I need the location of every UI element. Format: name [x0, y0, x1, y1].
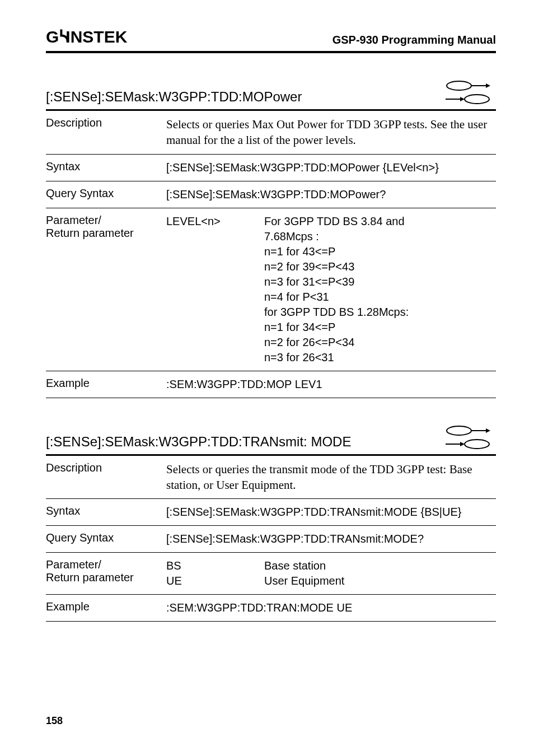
param-name: UE: [166, 573, 264, 589]
example-text: :SEM:W3GPP:TDD:MOP LEV1: [166, 371, 496, 398]
svg-marker-8: [486, 428, 490, 433]
brand-logo: GᓴINSTEK: [46, 27, 127, 46]
page-number: 158: [46, 715, 63, 727]
param-label-line2: Return parameter: [46, 227, 134, 239]
query-syntax-text: [:SENSe]:SEMask:W3GPP:TDD:MOPower?: [166, 181, 496, 208]
header-rule: [46, 51, 496, 53]
svg-point-0: [447, 81, 471, 90]
syntax-text: [:SENSe]:SEMask:W3GPP:TDD:TRANsmit:MODE …: [166, 499, 496, 526]
page-header: GᓴINSTEK GSP-930 Programming Manual: [46, 27, 496, 50]
syntax-label: Syntax: [46, 499, 166, 526]
query-syntax-text: [:SENSe]:SEMask:W3GPP:TDD:TRANsmit:MODE?: [166, 526, 496, 553]
parameter-cell: BS Base station UE User Equipment: [166, 553, 496, 595]
param-description: Base station: [264, 558, 326, 573]
param-line: n=1 for 34<=P: [264, 320, 409, 335]
manual-title: GSP-930 Programming Manual: [332, 34, 496, 46]
command-table: Description Selects or queries Max Out P…: [46, 111, 496, 398]
parameter-label: Parameter/ Return parameter: [46, 553, 166, 595]
query-icon: [446, 438, 490, 450]
command-type-icons: [446, 80, 490, 105]
param-line: n=2 for 26<=P<34: [264, 335, 409, 350]
param-description: User Equipment: [264, 573, 344, 589]
description-text: Selects or queries Max Out Power for TDD…: [166, 111, 496, 154]
set-icon: [446, 425, 490, 436]
svg-point-5: [465, 95, 489, 104]
param-line: For 3GPP TDD BS 3.84 and: [264, 214, 409, 229]
example-text: :SEM:W3GPP:TDD:TRAN:MODE UE: [166, 595, 496, 622]
svg-marker-2: [486, 83, 490, 88]
syntax-text: [:SENSe]:SEMask:W3GPP:TDD:MOPower {LEVel…: [166, 154, 496, 181]
param-line: n=3 for 31<=P<39: [264, 274, 409, 290]
query-syntax-label: Query Syntax: [46, 181, 166, 208]
description-label: Description: [46, 456, 166, 499]
parameter-cell: LEVEL<n> For 3GPP TDD BS 3.84 and 7.68Mc…: [166, 208, 496, 371]
parameter-label: Parameter/ Return parameter: [46, 208, 166, 371]
param-name: LEVEL<n>: [166, 214, 264, 365]
syntax-label: Syntax: [46, 154, 166, 181]
param-line: for 3GPP TDD BS 1.28Mcps:: [264, 305, 409, 320]
command-section-mopower: [:SENSe]:SEMask:W3GPP:TDD:MOPower Descri…: [46, 80, 496, 398]
param-line: n=4 for P<31: [264, 290, 409, 305]
command-heading: [:SENSe]:SEMask:W3GPP:TDD:MOPower: [46, 89, 302, 105]
param-line: n=3 for 26<31: [264, 350, 409, 365]
param-line: n=1 for 43<=P: [264, 244, 409, 259]
query-syntax-label: Query Syntax: [46, 526, 166, 553]
param-description: For 3GPP TDD BS 3.84 and 7.68Mcps : n=1 …: [264, 214, 409, 365]
param-line: 7.68Mcps :: [264, 229, 409, 244]
command-type-icons: [446, 425, 490, 450]
param-label-line1: Parameter/: [46, 214, 101, 226]
svg-marker-4: [460, 97, 465, 101]
param-name: BS: [166, 558, 264, 573]
command-table: Description Selects or queries the trans…: [46, 456, 496, 622]
example-label: Example: [46, 371, 166, 398]
command-heading: [:SENSe]:SEMask:W3GPP:TDD:TRANsmit: MODE: [46, 434, 351, 450]
description-label: Description: [46, 111, 166, 154]
description-text: Selects or queries the transmit mode of …: [166, 456, 496, 499]
example-label: Example: [46, 595, 166, 622]
command-section-transmit-mode: [:SENSe]:SEMask:W3GPP:TDD:TRANsmit: MODE…: [46, 425, 496, 622]
param-label-line1: Parameter/: [46, 558, 101, 571]
set-icon: [446, 80, 490, 91]
param-label-line2: Return parameter: [46, 571, 134, 584]
svg-marker-10: [460, 442, 465, 446]
svg-point-6: [447, 426, 471, 435]
query-icon: [446, 94, 490, 105]
svg-point-11: [465, 440, 489, 449]
param-line: n=2 for 39<=P<43: [264, 259, 409, 274]
